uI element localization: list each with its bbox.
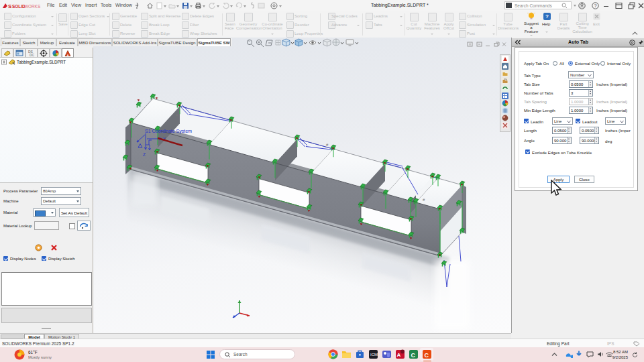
svg-text:S1 Coordinate System: S1 Coordinate System [145, 128, 192, 134]
svg-text:C: C [425, 352, 429, 359]
svg-text:ICM: ICM [370, 353, 378, 357]
svg-text:?: ? [594, 3, 596, 9]
svg-text:Z: Z [143, 152, 146, 157]
svg-text:DC: DC [30, 53, 35, 57]
svg-text:C: C [411, 352, 416, 359]
svg-text:#: # [326, 143, 329, 147]
svg-text:A: A [397, 352, 401, 358]
svg-text:SOLID: SOLID [12, 4, 25, 9]
svg-text:WORKS: WORKS [24, 4, 40, 9]
